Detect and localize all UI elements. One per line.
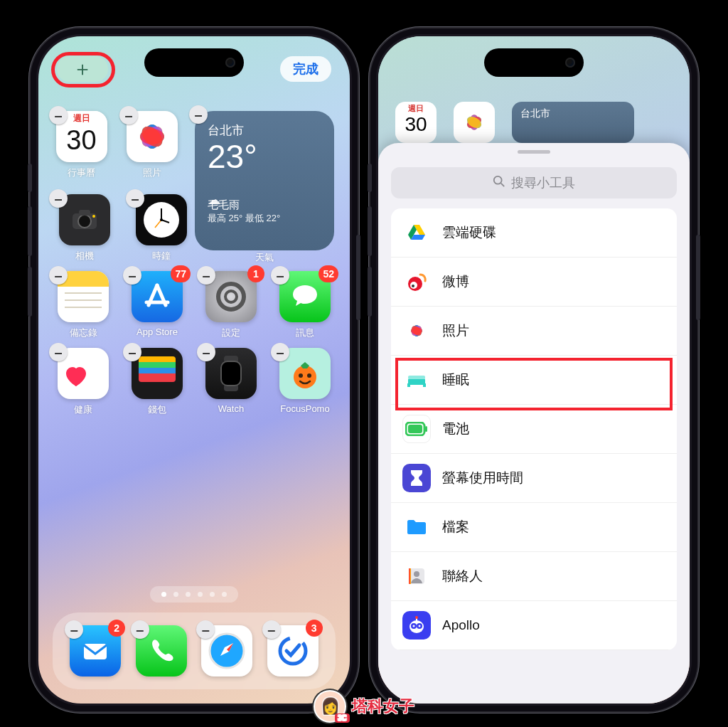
remove-icon[interactable]: – (131, 620, 149, 639)
remove-icon[interactable]: – (49, 189, 68, 208)
photos-icon (134, 118, 171, 155)
remove-icon[interactable]: – (123, 266, 141, 285)
weibo-icon (402, 267, 431, 296)
remove-icon[interactable]: – (123, 343, 141, 361)
dock-mail[interactable]: –2 (70, 625, 121, 676)
bed-icon (402, 366, 431, 394)
volume-down-button[interactable] (368, 267, 372, 317)
app-notes[interactable]: – 備忘錄 (54, 271, 112, 339)
widget-item-apollo[interactable]: Apollo (391, 601, 677, 650)
weather-city: 台北市 (208, 122, 321, 139)
weather-widget[interactable]: – 台北市 23° ☁︎ 毛毛雨 最高 25° 最低 22° 天氣 (195, 111, 334, 264)
watermark-badge: 3C (335, 713, 350, 723)
done-button[interactable]: 完成 (280, 56, 331, 82)
app-settings[interactable]: –1 設定 (202, 271, 260, 339)
iphone-frame-right: 週日 30 台北市 搜尋小工具 (370, 28, 697, 711)
remove-icon[interactable]: – (126, 189, 144, 208)
power-button[interactable] (696, 235, 700, 320)
done-button-label: 完成 (293, 60, 318, 78)
cloud-icon: ☁︎ (208, 192, 220, 208)
svg-point-66 (419, 625, 421, 627)
focuspomo-icon (287, 356, 323, 391)
app-health[interactable]: – 健康 (54, 348, 112, 416)
app-label: 訊息 (296, 327, 314, 339)
remove-icon[interactable]: – (189, 105, 208, 124)
app-label: 照片 (143, 166, 161, 179)
dock-ticktick[interactable]: –3 (267, 625, 318, 676)
page-dot (210, 592, 215, 597)
mail-icon (79, 635, 112, 667)
calendar-day: 30 (56, 125, 107, 156)
widget-item-photos[interactable]: 照片 (391, 307, 677, 356)
mute-switch[interactable] (368, 164, 372, 192)
dynamic-island (484, 48, 584, 77)
dock-safari[interactable]: – (201, 625, 252, 676)
svg-point-26 (299, 373, 303, 378)
hourglass-icon (402, 464, 431, 492)
widget-item-gdrive[interactable]: 雲端硬碟 (391, 208, 677, 258)
app-label: 錢包 (148, 403, 166, 416)
app-label: App Store (136, 327, 178, 337)
widget-item-files[interactable]: 檔案 (391, 503, 677, 552)
clock-icon (141, 199, 182, 240)
sheet-grabber[interactable] (518, 150, 550, 154)
remove-icon[interactable]: – (262, 620, 281, 639)
mini-photos-icon (454, 102, 495, 143)
svg-point-65 (413, 625, 415, 627)
remove-icon[interactable]: – (271, 266, 289, 285)
widget-item-contacts[interactable]: 聯絡人 (391, 552, 677, 601)
svg-line-39 (501, 183, 505, 186)
svg-rect-28 (84, 644, 107, 659)
svg-point-16 (160, 218, 163, 221)
remove-icon[interactable]: – (119, 106, 138, 124)
search-placeholder: 搜尋小工具 (511, 174, 575, 191)
widget-item-weibo[interactable]: 微博 (391, 258, 677, 307)
watermark: 👩 3C 塔科女子 (314, 690, 414, 723)
search-widgets-input[interactable]: 搜尋小工具 (391, 167, 677, 198)
widget-item-sleep[interactable]: 睡眠 (391, 356, 677, 405)
widget-item-label: 聯絡人 (442, 567, 483, 585)
power-button[interactable] (356, 235, 360, 320)
volume-up-button[interactable] (28, 206, 32, 256)
svg-point-11 (92, 215, 95, 218)
volume-down-button[interactable] (28, 267, 32, 317)
app-appstore[interactable]: –77 App Store (128, 271, 186, 339)
mini-weather-widget: 台北市 (512, 102, 634, 143)
svg-point-9 (78, 215, 91, 228)
app-wallet[interactable]: – 錢包 (128, 348, 186, 416)
volume-up-button[interactable] (368, 206, 372, 256)
watch-icon (217, 354, 245, 393)
svg-rect-54 (423, 383, 426, 387)
widget-item-label: 電池 (442, 420, 469, 438)
page-dot (186, 592, 191, 597)
app-focuspomo[interactable]: – FocusPomo (276, 348, 334, 416)
widget-item-label: 螢幕使用時間 (442, 469, 523, 487)
remove-icon[interactable]: – (271, 343, 289, 361)
widget-item-label: 雲端硬碟 (442, 223, 496, 242)
camera-icon (68, 203, 101, 236)
svg-rect-53 (407, 383, 410, 387)
dock-phone[interactable]: – (136, 625, 187, 676)
app-clock[interactable]: – 時鐘 (131, 194, 192, 262)
remove-icon[interactable]: – (49, 106, 68, 124)
weather-range: 最高 25° 最低 22° (208, 212, 321, 225)
svg-point-25 (294, 366, 316, 388)
widget-item-battery[interactable]: 電池 (391, 405, 677, 454)
home-screen: – 週日 30 行事曆 – (54, 111, 334, 422)
app-camera[interactable]: – 相機 (54, 194, 115, 262)
badge: 77 (171, 265, 191, 282)
app-messages[interactable]: –52 訊息 (276, 271, 334, 339)
messages-icon (289, 280, 321, 313)
page-dot (161, 592, 166, 597)
remove-icon[interactable]: – (49, 343, 68, 361)
mute-switch[interactable] (28, 164, 32, 192)
widget-item-screentime[interactable]: 螢幕使用時間 (391, 454, 677, 503)
remove-icon[interactable]: – (49, 266, 68, 285)
page-indicator[interactable] (150, 586, 238, 603)
folder-icon (402, 513, 431, 541)
badge: 3 (306, 620, 323, 637)
app-watch[interactable]: – Watch (202, 348, 260, 416)
remove-icon[interactable]: – (197, 343, 215, 361)
remove-icon[interactable]: – (197, 266, 215, 285)
photos-icon (402, 317, 431, 345)
